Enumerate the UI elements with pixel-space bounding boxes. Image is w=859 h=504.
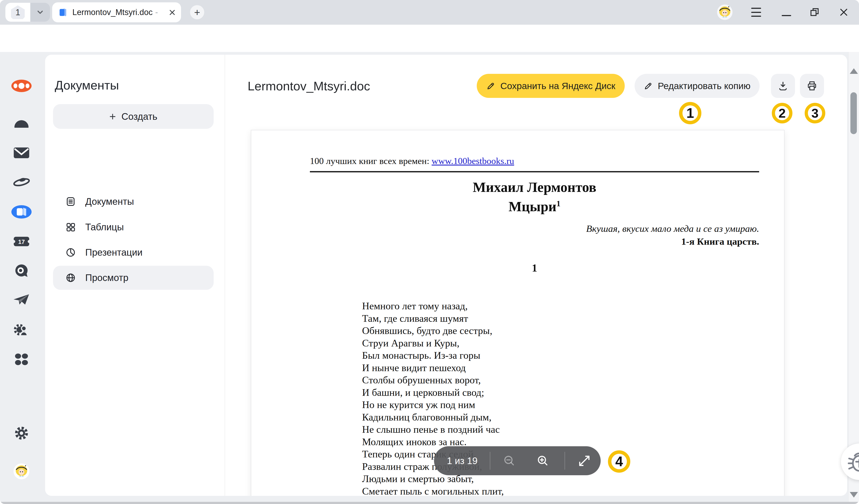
yandex-start-icon xyxy=(11,79,32,92)
sidebar-item-settings[interactable] xyxy=(14,426,29,441)
sidebar-item-messenger[interactable] xyxy=(14,264,29,277)
create-button[interactable]: + Создать xyxy=(53,104,214,129)
sidebar-item-disk[interactable] xyxy=(12,176,31,187)
avatar-alice-icon xyxy=(717,4,733,20)
save-to-disk-button[interactable]: Сохранить на Яндекс Диск xyxy=(477,74,625,98)
close-icon xyxy=(839,7,849,17)
cloud-icon xyxy=(14,119,29,128)
poem-title-text: Мцыри xyxy=(509,199,556,214)
gear-icon xyxy=(14,426,29,441)
page-indicator: 1 из 19 xyxy=(447,446,478,475)
print-document-button[interactable] xyxy=(800,74,824,98)
sidebar-item-label: Таблицы xyxy=(85,222,124,232)
zoom-out-button[interactable] xyxy=(503,454,516,468)
page-header-line: 100 лучших книг всех времен: www.100best… xyxy=(310,156,514,166)
poem-line: Но не курится уж под ним xyxy=(362,399,504,411)
globe-icon xyxy=(65,273,76,283)
sidebar-item-label: Презентации xyxy=(85,247,142,258)
profile-avatar[interactable] xyxy=(717,4,733,20)
sidebar-item-afisha[interactable]: 17 xyxy=(13,236,30,247)
user-settings-icon xyxy=(13,323,30,337)
new-tab-button[interactable]: + xyxy=(190,5,204,19)
documents-icon xyxy=(11,205,32,219)
section-number: 1 xyxy=(310,262,759,274)
edit-copy-label: Редактировать копию xyxy=(658,81,751,91)
sidebar-item-presentations[interactable]: Презентации xyxy=(53,240,214,264)
tab-list-dropdown[interactable] xyxy=(30,3,50,22)
zoom-in-button[interactable] xyxy=(536,454,549,468)
sidebar-item-docs[interactable]: Документы xyxy=(53,189,214,214)
epigraph: Вкушая, вкусих мало меда и се аз умираю. xyxy=(310,223,759,234)
printer-icon xyxy=(807,81,817,91)
sidebar-item-profile[interactable] xyxy=(13,463,30,479)
sidebar-item-mail[interactable] xyxy=(13,147,30,158)
callout-3: 3 xyxy=(805,103,825,123)
chevron-down-icon xyxy=(36,8,44,17)
sidebar-item-team[interactable] xyxy=(13,323,30,337)
panel-title: Документы xyxy=(55,78,119,92)
browser-toolbar: Я docs.yandex.ru Lermontov_Mtsyri.doc - … xyxy=(0,25,859,52)
sidebar-item-label: Документы xyxy=(85,196,134,207)
tab-group-counter[interactable]: 1 xyxy=(5,3,50,22)
zoom-out-icon xyxy=(503,454,516,468)
poem-line: Столбы обрушенных ворот, xyxy=(362,374,504,386)
sidebar-item-documents-active[interactable] xyxy=(11,205,32,219)
scrollbar-down-arrow[interactable] xyxy=(850,492,858,498)
download-icon xyxy=(778,81,788,91)
poem-line: Струи Арагвы и Куры, xyxy=(362,337,504,349)
fullscreen-button[interactable] xyxy=(578,454,591,467)
tab-title-dash: - xyxy=(155,8,158,17)
sidebar-item-label: Просмотр xyxy=(85,272,129,283)
poem-line: Не слышно пенье в поздний час xyxy=(362,423,504,436)
window-bottom-edge xyxy=(0,502,859,504)
poem-line: И башни, и церковный свод; xyxy=(362,386,504,399)
mail-icon xyxy=(13,147,30,158)
zoom-in-icon xyxy=(536,454,549,468)
pencil-icon xyxy=(486,81,496,91)
fullscreen-icon xyxy=(578,454,591,467)
messenger-icon xyxy=(14,264,29,277)
poem-line: Кадильниц благовонный дым, xyxy=(362,411,504,424)
sidebar-item-start[interactable] xyxy=(11,79,32,92)
ticket-17-icon: 17 xyxy=(13,236,30,247)
header-rule xyxy=(310,171,759,172)
pie-chart-icon xyxy=(65,247,76,258)
all-services-grid-icon xyxy=(14,353,29,366)
sidebar-item-all-services[interactable] xyxy=(14,353,29,366)
header-text: 100 лучших книг всех времен: xyxy=(310,156,432,166)
browser-window: 1 Lermontov_Mtsyri.doc - + xyxy=(0,0,859,504)
document-file-icon xyxy=(58,7,68,18)
tab-counter-shield[interactable]: 1 xyxy=(5,3,30,22)
document-page: 100 лучших книг всех времен: www.100best… xyxy=(251,130,784,496)
poem-author: Михаил Лермонтов xyxy=(310,179,759,195)
callout-4: 4 xyxy=(608,450,630,473)
restore-window-button[interactable] xyxy=(809,7,820,18)
sidebar-item-view[interactable]: Просмотр xyxy=(53,266,214,290)
viewer-pager-toolbar: 1 из 19 xyxy=(434,446,601,475)
scrollbar-up-arrow[interactable] xyxy=(850,68,858,74)
browser-tab[interactable]: Lermontov_Mtsyri.doc - xyxy=(52,2,181,22)
pager-divider xyxy=(490,452,490,470)
panel-separator xyxy=(225,55,225,496)
pencil-icon xyxy=(644,81,653,91)
browser-menu-button[interactable] xyxy=(751,8,761,17)
sidebar-item-tables[interactable]: Таблицы xyxy=(53,215,214,239)
plus-icon: + xyxy=(109,110,116,123)
poem-line: Немного лет тому назад, xyxy=(362,300,504,312)
sidebar-item-messages[interactable] xyxy=(13,294,30,307)
minimize-button[interactable] xyxy=(782,15,791,16)
download-document-button[interactable] xyxy=(771,74,795,98)
bug-icon xyxy=(847,450,859,474)
epigraph-source: 1-я Книга царств. xyxy=(310,236,759,247)
scrollbar-thumb[interactable] xyxy=(850,92,857,134)
edit-copy-button[interactable]: Редактировать копию xyxy=(635,74,759,98)
sidebar-item-cloud[interactable] xyxy=(14,119,29,128)
yandex-disk-icon xyxy=(12,176,31,187)
avatar-alice-icon xyxy=(13,463,30,479)
tab-close-button[interactable] xyxy=(169,9,176,16)
poem-line: И нынче видит пешеход xyxy=(362,362,504,374)
poem-line: Там, где сливаяся шумят xyxy=(362,312,504,325)
close-window-button[interactable] xyxy=(839,7,849,17)
header-link[interactable]: www.100bestbooks.ru xyxy=(432,156,514,166)
paper-plane-icon xyxy=(13,294,30,307)
